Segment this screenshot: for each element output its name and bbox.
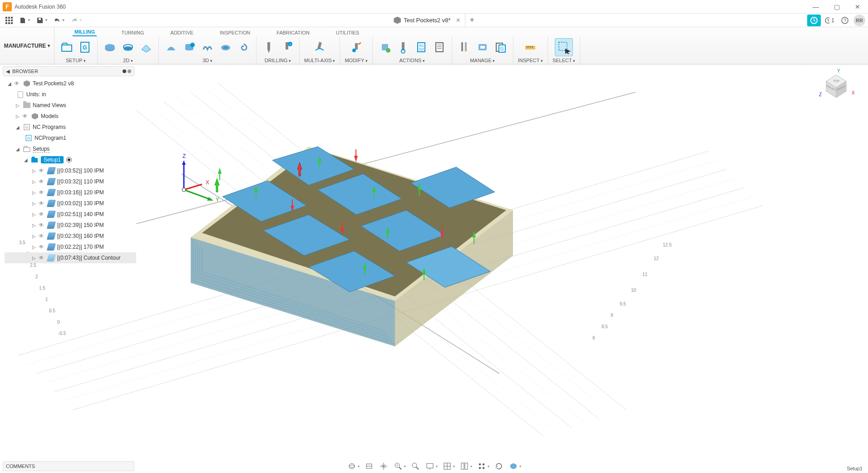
help-icon[interactable]: ? <box>838 15 852 26</box>
new-tab-button[interactable]: + <box>465 15 479 25</box>
group-2d-label[interactable]: 2D <box>123 58 133 63</box>
caret-icon[interactable]: ◢ <box>6 81 13 86</box>
pan-icon[interactable] <box>379 461 389 471</box>
visibility-icon[interactable]: 👁 <box>37 200 45 207</box>
tool-library-icon[interactable] <box>457 39 472 55</box>
2d-pocket-icon[interactable] <box>120 39 136 55</box>
visibility-icon[interactable]: 👁 <box>37 222 45 228</box>
tree-node-nc-program-1[interactable]: G NCProgram1 <box>5 133 136 143</box>
modify-icon[interactable] <box>349 39 364 55</box>
3d-spiral-icon[interactable] <box>236 39 252 55</box>
tree-node-units[interactable]: Units: in <box>5 89 136 100</box>
visibility-icon[interactable]: 👁 <box>37 178 45 185</box>
tree-node-named-views[interactable]: ▷ Named Views <box>5 100 136 111</box>
visibility-icon[interactable]: 👁 <box>37 255 45 261</box>
visibility-icon[interactable]: 👁 <box>37 233 45 239</box>
post-process-icon[interactable]: G1G2 <box>414 39 429 55</box>
apps-grid-icon[interactable] <box>3 15 15 26</box>
machine-library-icon[interactable] <box>475 39 490 55</box>
caret-icon[interactable]: ▷ <box>31 190 37 195</box>
tree-node-root[interactable]: ◢ 👁 Test Pockets2 v8 <box>5 78 136 89</box>
browser-options-icon[interactable] <box>123 69 126 73</box>
3d-adaptive-icon[interactable] <box>163 39 179 55</box>
job-status-badge[interactable]: 1 <box>823 15 836 26</box>
template-library-icon[interactable]: G <box>493 39 508 55</box>
tree-node-operation[interactable]: ▷👁[(0:03:32)] 110 IPM <box>5 176 136 187</box>
active-setup-radio[interactable] <box>66 157 72 163</box>
visibility-icon[interactable]: 👁 <box>37 244 45 250</box>
3d-horizontal-icon[interactable] <box>182 39 197 55</box>
tree-node-operation[interactable]: ▷👁[(0:02:30)] 160 IPM <box>5 231 136 241</box>
caret-icon[interactable]: ◢ <box>15 147 21 152</box>
grid-settings-icon[interactable] <box>442 461 452 471</box>
multiaxis-icon[interactable] <box>312 39 327 55</box>
3d-parallel-icon[interactable] <box>200 39 215 55</box>
3d-scallop-icon[interactable] <box>218 39 233 55</box>
measure-icon[interactable] <box>523 39 538 55</box>
window-minimize-button[interactable]: — <box>805 0 826 14</box>
tree-node-operation[interactable]: ▷👁[(0:03:02)] 130 IPM <box>5 198 136 209</box>
browser-collapse-icon[interactable]: ◀ <box>6 69 10 74</box>
tab-turning[interactable]: TURNING <box>119 29 146 36</box>
look-at-icon[interactable] <box>364 461 374 471</box>
undo-caret[interactable]: ▼ <box>62 18 65 22</box>
setup-folder-icon[interactable] <box>59 39 74 55</box>
caret-icon[interactable]: ▷ <box>15 103 21 108</box>
window-close-button[interactable]: ✕ <box>847 0 868 14</box>
group-inspect-label[interactable]: INSPECT <box>518 58 543 63</box>
tree-node-operation[interactable]: ▷👁[(0:03:52)] 100 IPM <box>5 165 136 176</box>
extensions-icon[interactable] <box>807 15 821 26</box>
group-manage-label[interactable]: MANAGE <box>470 58 495 63</box>
user-avatar[interactable]: RR <box>853 15 865 26</box>
browser-pin-icon[interactable] <box>128 69 131 73</box>
group-drilling-label[interactable]: DRILLING <box>265 58 291 63</box>
tree-node-setup1[interactable]: ◢ Setup1 <box>5 154 136 165</box>
generate-icon[interactable] <box>377 39 393 55</box>
group-setup-label[interactable]: SETUP <box>66 58 86 63</box>
tree-node-operation[interactable]: ▷👁[(0:02:51)] 140 IPM <box>5 209 136 220</box>
fit-icon[interactable] <box>410 461 420 471</box>
caret-icon[interactable]: ▷ <box>31 234 37 239</box>
caret-icon[interactable]: ▷ <box>31 168 37 173</box>
refresh-icon[interactable] <box>494 461 504 471</box>
drill-icon[interactable] <box>261 39 276 55</box>
setup-gcode-icon[interactable]: G <box>77 39 93 55</box>
file-menu-caret[interactable]: ▼ <box>27 18 31 22</box>
tree-node-operation[interactable]: ▷👁[(0:03:16)] 120 IPM <box>5 187 136 198</box>
viewport-settings-icon[interactable] <box>459 461 469 471</box>
visibility-icon[interactable]: 👁 <box>37 189 45 196</box>
group-select-label[interactable]: SELECT <box>552 58 575 63</box>
visibility-icon[interactable]: 👁 <box>13 80 21 87</box>
workspace-selector[interactable]: MANUFACTURE <box>0 27 54 64</box>
caret-icon[interactable]: ▷ <box>31 223 37 228</box>
caret-icon[interactable]: ▷ <box>31 256 37 261</box>
tab-additive[interactable]: ADDITIVE <box>168 29 195 36</box>
document-tab-close-icon[interactable]: × <box>456 16 460 25</box>
select-icon[interactable] <box>555 38 573 56</box>
tree-node-nc-programs[interactable]: ◢ G NC Programs <box>5 122 136 133</box>
tree-node-operation[interactable]: ▷👁[(0:02:39)] 150 IPM <box>5 220 136 231</box>
tab-fabrication[interactable]: FABRICATION <box>275 29 311 36</box>
caret-icon[interactable]: ▷ <box>31 245 37 250</box>
orbit-icon[interactable] <box>347 461 357 471</box>
comments-panel-header[interactable]: COMMENTS <box>3 461 134 471</box>
snap-grid-icon[interactable] <box>477 461 487 471</box>
caret-icon[interactable]: ▷ <box>31 201 37 206</box>
hole-recognition-icon[interactable]: + <box>279 39 295 55</box>
setup-sheet-icon[interactable] <box>432 39 447 55</box>
caret-icon[interactable]: ▷ <box>15 114 21 119</box>
visibility-icon[interactable]: 👁 <box>21 113 29 119</box>
caret-icon[interactable]: ◢ <box>23 158 29 163</box>
tree-node-setups[interactable]: ◢ Setups <box>5 143 136 154</box>
tree-node-models[interactable]: ▷ 👁 Models <box>5 111 136 122</box>
group-3d-label[interactable]: 3D <box>202 58 212 63</box>
caret-icon[interactable]: ◢ <box>15 125 21 130</box>
window-maximize-button[interactable]: ▢ <box>826 0 847 14</box>
view-cube[interactable]: TOP FRONT RIGHT Z X Y <box>818 69 854 105</box>
browser-panel-header[interactable]: ◀ BROWSER <box>3 66 134 76</box>
redo-caret[interactable]: ▼ <box>79 18 83 22</box>
caret-icon[interactable]: ▷ <box>31 212 37 217</box>
zoom-icon[interactable]: + <box>393 461 403 471</box>
group-multiaxis-label[interactable]: MULTI-AXIS <box>304 58 335 63</box>
object-visibility-icon[interactable] <box>508 461 518 471</box>
